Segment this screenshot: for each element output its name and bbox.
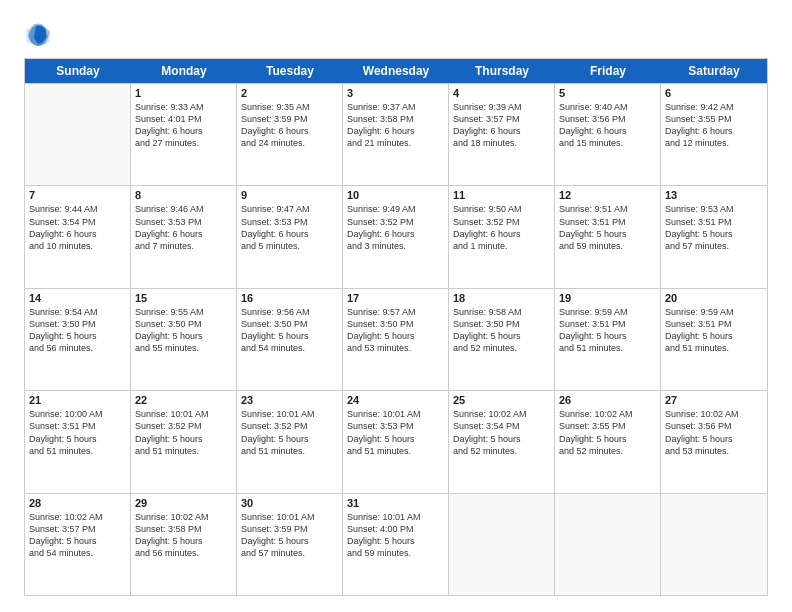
- calendar-row-2: 7Sunrise: 9:44 AMSunset: 3:54 PMDaylight…: [25, 185, 767, 287]
- calendar-row-5: 28Sunrise: 10:02 AMSunset: 3:57 PMDaylig…: [25, 493, 767, 595]
- calendar-cell: 22Sunrise: 10:01 AMSunset: 3:52 PMDaylig…: [131, 391, 237, 492]
- cell-info-line: and 27 minutes.: [135, 137, 232, 149]
- cell-info-line: Sunset: 3:55 PM: [665, 113, 763, 125]
- calendar-cell: 24Sunrise: 10:01 AMSunset: 3:53 PMDaylig…: [343, 391, 449, 492]
- cell-info-line: Sunset: 3:51 PM: [665, 318, 763, 330]
- cell-info-line: and 15 minutes.: [559, 137, 656, 149]
- cell-info-line: Sunrise: 9:47 AM: [241, 203, 338, 215]
- day-header-tuesday: Tuesday: [237, 59, 343, 83]
- day-number: 3: [347, 87, 444, 99]
- day-number: 23: [241, 394, 338, 406]
- cell-info-line: Sunrise: 9:51 AM: [559, 203, 656, 215]
- calendar-cell: 14Sunrise: 9:54 AMSunset: 3:50 PMDayligh…: [25, 289, 131, 390]
- cell-info-line: Sunrise: 9:42 AM: [665, 101, 763, 113]
- cell-info-line: Daylight: 6 hours: [29, 228, 126, 240]
- cell-info-line: Sunset: 4:01 PM: [135, 113, 232, 125]
- cell-info-line: Sunrise: 9:59 AM: [559, 306, 656, 318]
- cell-info-line: Sunset: 3:53 PM: [347, 420, 444, 432]
- cell-info-line: Daylight: 5 hours: [665, 433, 763, 445]
- cell-info-line: Sunset: 3:50 PM: [241, 318, 338, 330]
- cell-info-line: Sunset: 3:58 PM: [135, 523, 232, 535]
- day-number: 24: [347, 394, 444, 406]
- calendar-cell: 25Sunrise: 10:02 AMSunset: 3:54 PMDaylig…: [449, 391, 555, 492]
- cell-info-line: Daylight: 5 hours: [665, 228, 763, 240]
- calendar-row-3: 14Sunrise: 9:54 AMSunset: 3:50 PMDayligh…: [25, 288, 767, 390]
- day-header-thursday: Thursday: [449, 59, 555, 83]
- cell-info-line: Sunrise: 10:02 AM: [453, 408, 550, 420]
- day-number: 7: [29, 189, 126, 201]
- cell-info-line: Sunrise: 10:02 AM: [559, 408, 656, 420]
- calendar-cell: 13Sunrise: 9:53 AMSunset: 3:51 PMDayligh…: [661, 186, 767, 287]
- calendar-cell: 27Sunrise: 10:02 AMSunset: 3:56 PMDaylig…: [661, 391, 767, 492]
- calendar-cell: 17Sunrise: 9:57 AMSunset: 3:50 PMDayligh…: [343, 289, 449, 390]
- cell-info-line: Sunrise: 10:01 AM: [135, 408, 232, 420]
- calendar-cell: 9Sunrise: 9:47 AMSunset: 3:53 PMDaylight…: [237, 186, 343, 287]
- day-number: 21: [29, 394, 126, 406]
- calendar-cell: 16Sunrise: 9:56 AMSunset: 3:50 PMDayligh…: [237, 289, 343, 390]
- cell-info-line: Daylight: 5 hours: [135, 330, 232, 342]
- cell-info-line: Sunset: 3:57 PM: [453, 113, 550, 125]
- cell-info-line: Daylight: 5 hours: [559, 228, 656, 240]
- cell-info-line: Sunrise: 9:55 AM: [135, 306, 232, 318]
- calendar-cell: 6Sunrise: 9:42 AMSunset: 3:55 PMDaylight…: [661, 84, 767, 185]
- cell-info-line: Sunrise: 9:59 AM: [665, 306, 763, 318]
- cell-info-line: Sunrise: 10:02 AM: [135, 511, 232, 523]
- cell-info-line: Sunrise: 10:01 AM: [241, 408, 338, 420]
- cell-info-line: Sunset: 3:56 PM: [559, 113, 656, 125]
- cell-info-line: Sunrise: 9:54 AM: [29, 306, 126, 318]
- calendar-header: SundayMondayTuesdayWednesdayThursdayFrid…: [25, 59, 767, 83]
- cell-info-line: and 57 minutes.: [665, 240, 763, 252]
- day-number: 2: [241, 87, 338, 99]
- cell-info-line: Sunset: 3:51 PM: [665, 216, 763, 228]
- cell-info-line: Sunrise: 9:53 AM: [665, 203, 763, 215]
- cell-info-line: Sunset: 3:50 PM: [135, 318, 232, 330]
- cell-info-line: and 51 minutes.: [665, 342, 763, 354]
- calendar-cell: 28Sunrise: 10:02 AMSunset: 3:57 PMDaylig…: [25, 494, 131, 595]
- calendar-cell: 29Sunrise: 10:02 AMSunset: 3:58 PMDaylig…: [131, 494, 237, 595]
- calendar-cell: 7Sunrise: 9:44 AMSunset: 3:54 PMDaylight…: [25, 186, 131, 287]
- calendar-body: 1Sunrise: 9:33 AMSunset: 4:01 PMDaylight…: [25, 83, 767, 595]
- cell-info-line: Sunset: 3:59 PM: [241, 523, 338, 535]
- day-number: 17: [347, 292, 444, 304]
- cell-info-line: and 55 minutes.: [135, 342, 232, 354]
- calendar-cell: [449, 494, 555, 595]
- cell-info-line: Daylight: 5 hours: [347, 330, 444, 342]
- calendar-cell: 31Sunrise: 10:01 AMSunset: 4:00 PMDaylig…: [343, 494, 449, 595]
- cell-info-line: Daylight: 5 hours: [135, 535, 232, 547]
- cell-info-line: and 51 minutes.: [559, 342, 656, 354]
- day-number: 29: [135, 497, 232, 509]
- cell-info-line: Sunset: 3:56 PM: [665, 420, 763, 432]
- day-header-saturday: Saturday: [661, 59, 767, 83]
- calendar-cell: [661, 494, 767, 595]
- day-number: 8: [135, 189, 232, 201]
- day-number: 19: [559, 292, 656, 304]
- calendar-cell: 20Sunrise: 9:59 AMSunset: 3:51 PMDayligh…: [661, 289, 767, 390]
- cell-info-line: Sunrise: 10:02 AM: [29, 511, 126, 523]
- cell-info-line: and 54 minutes.: [241, 342, 338, 354]
- cell-info-line: Sunset: 3:53 PM: [241, 216, 338, 228]
- day-number: 12: [559, 189, 656, 201]
- cell-info-line: and 18 minutes.: [453, 137, 550, 149]
- day-number: 28: [29, 497, 126, 509]
- calendar-cell: 15Sunrise: 9:55 AMSunset: 3:50 PMDayligh…: [131, 289, 237, 390]
- calendar-cell: 26Sunrise: 10:02 AMSunset: 3:55 PMDaylig…: [555, 391, 661, 492]
- cell-info-line: Daylight: 5 hours: [665, 330, 763, 342]
- calendar-cell: 10Sunrise: 9:49 AMSunset: 3:52 PMDayligh…: [343, 186, 449, 287]
- day-header-friday: Friday: [555, 59, 661, 83]
- logo-icon: [24, 20, 52, 48]
- cell-info-line: Sunset: 3:54 PM: [29, 216, 126, 228]
- cell-info-line: and 10 minutes.: [29, 240, 126, 252]
- calendar-cell: 30Sunrise: 10:01 AMSunset: 3:59 PMDaylig…: [237, 494, 343, 595]
- cell-info-line: and 51 minutes.: [347, 445, 444, 457]
- calendar-row-4: 21Sunrise: 10:00 AMSunset: 3:51 PMDaylig…: [25, 390, 767, 492]
- day-number: 10: [347, 189, 444, 201]
- cell-info-line: Sunset: 3:52 PM: [135, 420, 232, 432]
- cell-info-line: Sunrise: 9:35 AM: [241, 101, 338, 113]
- cell-info-line: and 24 minutes.: [241, 137, 338, 149]
- cell-info-line: Sunrise: 10:00 AM: [29, 408, 126, 420]
- calendar-cell: 3Sunrise: 9:37 AMSunset: 3:58 PMDaylight…: [343, 84, 449, 185]
- calendar-cell: 2Sunrise: 9:35 AMSunset: 3:59 PMDaylight…: [237, 84, 343, 185]
- cell-info-line: and 54 minutes.: [29, 547, 126, 559]
- cell-info-line: Sunset: 3:53 PM: [135, 216, 232, 228]
- day-number: 25: [453, 394, 550, 406]
